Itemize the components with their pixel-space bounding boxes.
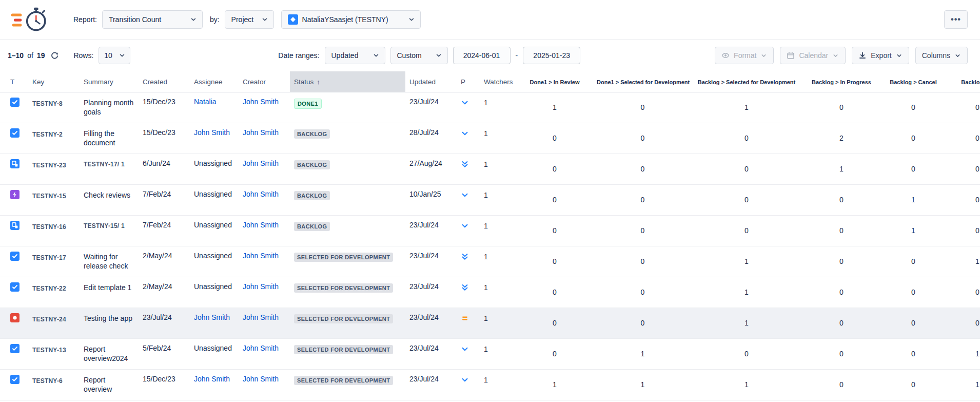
export-label: Export [871, 51, 891, 60]
table-row[interactable]: TESTNY-13Report overview20245/Feb/24Unas… [0, 338, 980, 369]
column-header-backlog-c[interactable]: Backlog > C [944, 71, 980, 92]
issue-summary[interactable]: Report overview [84, 376, 112, 394]
watchers-count: 1 [480, 338, 517, 369]
priority-low-icon [461, 129, 469, 138]
transition-count: 0 [883, 154, 944, 184]
column-header-summary[interactable]: Summary [80, 71, 139, 92]
creator-link[interactable]: John Smith [243, 252, 279, 260]
column-header-backlog-in-progress[interactable]: Backlog > In Progress [800, 71, 883, 92]
issue-summary[interactable]: Planning month goals [84, 99, 133, 117]
issue-summary[interactable]: Report overview2024 [84, 345, 128, 363]
more-options-button[interactable]: ••• [944, 10, 968, 29]
transition-count: 1 [944, 338, 980, 369]
creator-link[interactable]: John Smith [243, 313, 279, 321]
issue-table-body: TESTNY-8Planning month goals15/Dec/23Nat… [0, 92, 980, 400]
issue-key[interactable]: TESTNY-13 [32, 347, 66, 354]
date-from-input[interactable] [453, 47, 511, 64]
assignee-link[interactable]: John Smith [194, 375, 230, 383]
creator-link[interactable]: John Smith [243, 375, 279, 383]
format-button[interactable]: Format [715, 47, 774, 64]
column-header-assignee[interactable]: Assignee [190, 71, 239, 92]
table-row[interactable]: TESTNY-24Testing the app23/Jul/24John Sm… [0, 308, 980, 338]
group-by-select[interactable]: Project [225, 10, 274, 29]
issue-key[interactable]: TESTNY-8 [32, 100, 63, 107]
rows-per-page-value: 10 [104, 51, 112, 60]
table-header-row: TKeySummaryCreatedAssigneeCreatorStatus↑… [0, 71, 980, 92]
export-button[interactable]: Export [852, 47, 909, 64]
issue-summary[interactable]: Filling the document [84, 129, 115, 147]
columns-button[interactable]: Columns [915, 47, 968, 64]
pagination-of: of [27, 51, 33, 60]
rows-group: Rows: 10 [73, 47, 130, 64]
report-type-select[interactable]: Transition Count [102, 10, 203, 29]
rows-per-page-select[interactable]: 10 [99, 47, 130, 64]
transition-count: 0 [517, 184, 593, 215]
issue-key[interactable]: TESTNY-6 [32, 377, 63, 385]
creator-link[interactable]: John Smith [243, 159, 279, 167]
transition-count: 0 [883, 277, 944, 308]
date-to-input[interactable] [523, 47, 580, 64]
column-header-watchers[interactable]: Watchers [480, 71, 517, 92]
creator-link[interactable]: John Smith [243, 98, 279, 106]
calendar-button[interactable]: Calendar [780, 47, 846, 64]
column-header-backlog-cancel[interactable]: Backlog > Cancel [883, 71, 944, 92]
column-header-done1-in-review[interactable]: Done1 > In Review [517, 71, 593, 92]
pagination-total: 19 [37, 51, 45, 60]
issue-key[interactable]: TESTNY-23 [32, 162, 66, 169]
column-header-t[interactable]: T [0, 71, 28, 92]
creator-link[interactable]: John Smith [243, 128, 279, 137]
transition-count: 1 [593, 369, 693, 400]
column-header-created[interactable]: Created [139, 71, 190, 92]
creator-link[interactable]: John Smith [243, 221, 279, 229]
table-row[interactable]: TESTNY-15Check reviews7/Feb/24Unassigned… [0, 184, 980, 215]
table-row[interactable]: TESTNY-8Planning month goals15/Dec/23Nat… [0, 92, 980, 123]
table-row[interactable]: TESTNY-17Waiting for release check2/May/… [0, 246, 980, 277]
column-header-creator[interactable]: Creator [239, 71, 290, 92]
priority-medium-icon [461, 314, 469, 322]
project-select[interactable]: NataliaYSaasjet (TESTNY) [281, 10, 421, 29]
toolbar-actions: Format Calendar Export Columns [715, 47, 968, 64]
transition-count: 0 [883, 308, 944, 338]
table-row[interactable]: TESTNY-2Filling the document15/Dec/23Joh… [0, 123, 980, 154]
issue-summary[interactable]: TESTNY-17/ 1 [84, 161, 125, 168]
column-header-p[interactable]: P [457, 71, 480, 92]
issue-key[interactable]: TESTNY-15 [32, 193, 66, 200]
date-mode-select[interactable]: Custom [390, 47, 448, 64]
table-row[interactable]: TESTNY-23TESTNY-17/ 16/Jun/24UnassignedJ… [0, 154, 980, 184]
transition-count: 0 [944, 184, 980, 215]
assignee-link[interactable]: John Smith [194, 128, 230, 137]
issue-key[interactable]: TESTNY-2 [32, 131, 63, 138]
refresh-icon[interactable] [50, 51, 59, 60]
creator-link[interactable]: John Smith [243, 190, 279, 198]
created-date: 15/Dec/23 [139, 369, 190, 400]
updated-date: 27/Aug/24 [405, 154, 457, 184]
issue-summary[interactable]: TESTNY-15/ 1 [84, 222, 125, 229]
column-header-done1-selected-for-development[interactable]: Done1 > Selected for Development [593, 71, 693, 92]
created-date: 5/Feb/24 [139, 338, 190, 369]
table-row[interactable]: TESTNY-22Edit template 12/May/24Unassign… [0, 277, 980, 308]
issue-key[interactable]: TESTNY-22 [32, 285, 66, 292]
table-row[interactable]: TESTNY-16TESTNY-15/ 17/Feb/24UnassignedJ… [0, 215, 980, 246]
column-header-key[interactable]: Key [28, 71, 80, 92]
issue-summary[interactable]: Waiting for release check [84, 253, 128, 271]
table-row[interactable]: TESTNY-6Report overview15/Dec/23John Smi… [0, 369, 980, 400]
date-field-select[interactable]: Updated [325, 47, 385, 64]
column-header-status[interactable]: Status↑ [290, 71, 405, 92]
creator-link[interactable]: John Smith [243, 344, 279, 352]
issue-key[interactable]: TESTNY-16 [32, 223, 66, 231]
assignee-link[interactable]: John Smith [194, 313, 230, 321]
created-date: 15/Dec/23 [139, 123, 190, 154]
issue-summary[interactable]: Check reviews [84, 191, 130, 199]
transition-count: 0 [800, 184, 883, 215]
issue-summary[interactable]: Testing the app [84, 314, 132, 322]
by-label: by: [210, 15, 220, 24]
assignee-link[interactable]: Natalia [194, 98, 217, 106]
issue-key[interactable]: TESTNY-24 [32, 316, 66, 323]
column-header-updated[interactable]: Updated [405, 71, 457, 92]
priority-lowest-icon [461, 160, 469, 168]
assignee-text: Unassigned [194, 221, 232, 229]
column-header-backlog-selected-for-development[interactable]: Backlog > Selected for Development [693, 71, 800, 92]
issue-summary[interactable]: Edit template 1 [84, 283, 131, 292]
issue-key[interactable]: TESTNY-17 [32, 254, 66, 261]
creator-link[interactable]: John Smith [243, 282, 279, 291]
